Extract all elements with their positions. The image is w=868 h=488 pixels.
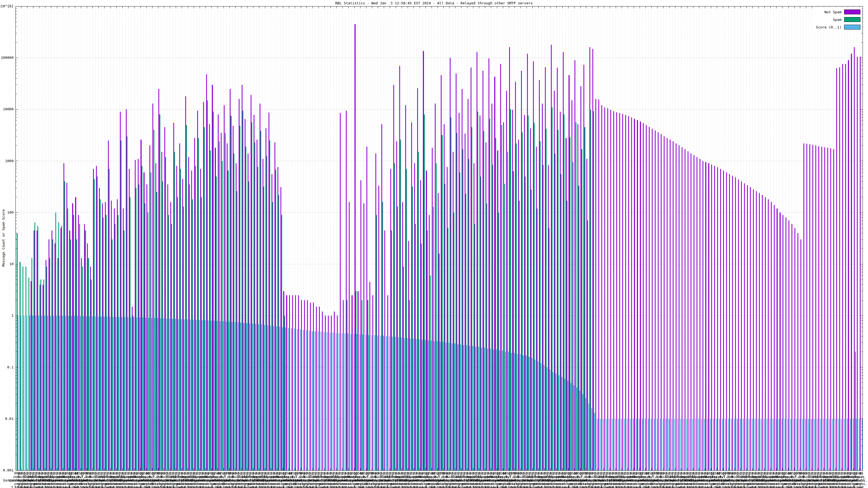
spam-bar <box>534 123 535 470</box>
spam-bar <box>142 166 143 470</box>
score-bar <box>106 317 107 470</box>
spam-bar <box>162 182 163 470</box>
spam-bar <box>484 131 484 470</box>
not-spam-bar <box>61 228 61 470</box>
spam-bar <box>67 208 68 470</box>
not-spam-bar <box>215 148 216 470</box>
not-spam-bar <box>557 68 558 470</box>
not-spam-bar <box>842 64 843 470</box>
y-tick-label: 0.001 <box>3 468 13 472</box>
score-bar <box>151 318 152 470</box>
spam-bar <box>590 110 591 470</box>
not-spam-bar <box>34 230 34 470</box>
not-spam-bar <box>120 112 121 470</box>
spam-bar <box>192 199 193 470</box>
not-spam-bar <box>619 113 620 470</box>
score-bar <box>606 419 607 470</box>
score-bar <box>704 419 705 470</box>
spam-bar <box>531 190 532 470</box>
spam-bar <box>516 143 517 470</box>
score-bar <box>377 336 378 470</box>
not-spam-bar <box>667 138 668 470</box>
not-spam-bar <box>818 146 819 470</box>
not-spam-bar <box>616 112 617 470</box>
score-bar <box>794 419 794 470</box>
not-spam-bar <box>63 163 64 470</box>
score-bar <box>630 419 631 470</box>
score-bar <box>574 385 574 470</box>
not-spam-bar <box>459 113 460 470</box>
score-bar <box>749 419 749 470</box>
not-spam-bar <box>42 285 43 470</box>
not-spam-bar <box>515 82 516 470</box>
score-bar <box>823 419 824 470</box>
score-bar <box>59 316 60 470</box>
score-bar <box>811 419 812 470</box>
not-spam-bar <box>396 141 397 470</box>
spam-bar <box>507 152 508 470</box>
score-bar <box>32 316 33 470</box>
score-bar <box>124 317 125 470</box>
score-bar <box>220 321 220 470</box>
not-spam-bar <box>117 199 118 470</box>
spam-bar <box>439 254 439 470</box>
not-spam-bar <box>827 148 828 470</box>
not-spam-bar <box>69 230 70 470</box>
score-bar <box>184 319 185 470</box>
not-spam-bar <box>269 112 269 470</box>
legend-swatch-not-spam <box>844 9 860 14</box>
not-spam-bar <box>670 140 671 470</box>
spam-bar <box>394 163 395 470</box>
not-spam-bar <box>506 91 507 470</box>
spam-bar <box>50 258 50 470</box>
not-spam-bar <box>185 96 186 470</box>
not-spam-bar <box>604 107 605 470</box>
score-bar <box>190 320 191 470</box>
not-spam-bar <box>845 64 846 470</box>
not-spam-bar <box>170 202 171 470</box>
score-bar <box>362 334 363 470</box>
legend-label-not-spam: Not Spam <box>824 10 841 14</box>
not-spam-bar <box>408 241 409 470</box>
spam-bar <box>20 262 20 470</box>
not-spam-bar <box>509 47 510 470</box>
spam-bar <box>362 300 362 470</box>
not-spam-bar <box>691 154 691 470</box>
spam-bar <box>474 224 475 470</box>
not-spam-bar <box>575 60 575 470</box>
score-bar <box>734 419 735 470</box>
spam-bar <box>204 127 205 470</box>
not-spam-bar <box>369 282 370 470</box>
not-spam-bar <box>744 183 745 470</box>
spam-bar <box>61 226 62 470</box>
score-bar <box>517 354 518 470</box>
not-spam-bar <box>533 61 534 470</box>
spam-bar <box>355 291 356 470</box>
not-spam-bar <box>301 300 302 470</box>
score-bar <box>238 322 239 470</box>
spam-bar <box>237 191 237 470</box>
not-spam-bar <box>750 187 751 470</box>
not-spam-bar <box>497 151 498 470</box>
score-bar <box>654 419 654 470</box>
spam-bar <box>457 133 457 470</box>
spam-bar <box>127 136 127 470</box>
not-spam-bar <box>646 125 647 470</box>
score-bar <box>767 419 767 470</box>
score-bar <box>713 419 714 470</box>
not-spam-bar <box>679 145 680 470</box>
not-spam-bar <box>78 215 79 470</box>
score-bar <box>609 419 610 470</box>
legend: Not Spam Spam Score (0..1) <box>813 7 862 33</box>
not-spam-bar <box>723 170 724 470</box>
score-bar <box>56 316 57 470</box>
not-spam-bar <box>364 203 364 470</box>
score-bar <box>636 419 637 470</box>
score-bar <box>255 324 256 470</box>
score-bar <box>600 419 601 470</box>
score-bar <box>154 318 155 470</box>
spam-bar <box>284 316 285 470</box>
not-spam-bar <box>135 160 135 470</box>
y-tick-label: 0.1 <box>7 365 13 369</box>
not-spam-bar <box>197 110 198 470</box>
